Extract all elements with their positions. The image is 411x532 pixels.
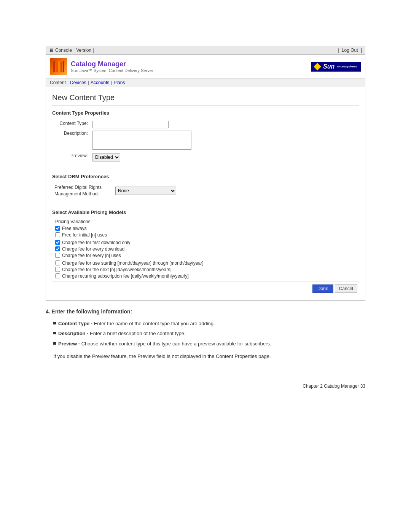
version-link[interactable]: Version <box>75 47 93 53</box>
pricing-item-free-always: Free always <box>55 226 359 231</box>
pricing-item-charge-every: Charge fee for every download <box>55 246 359 252</box>
sep-3: | <box>111 80 112 85</box>
top-nav: 🖥 Console | Version | | Log Out | <box>46 46 365 55</box>
sep-2: | <box>88 80 89 85</box>
drm-row: Preferred Digital Rights Management Meth… <box>52 183 359 198</box>
bullet-list: Content Type - Enter the name of the con… <box>46 320 365 348</box>
sep-1: | <box>67 80 68 85</box>
console-icon: 🖥 <box>49 48 54 53</box>
sun-logo: Sun microsystems <box>311 62 361 72</box>
bullet-body-2: Enter a brief description of the content… <box>88 331 185 336</box>
pricing-label-free-initial: Free for initial [n] uses <box>62 232 107 238</box>
nav-sep2: | <box>93 48 94 53</box>
content-type-field-cell <box>90 120 359 129</box>
bullet-item-description: Description - Enter a brief description … <box>53 330 365 337</box>
bullet-term-2: Description - <box>58 331 88 336</box>
checkbox-free-initial[interactable] <box>55 232 60 237</box>
sun-logo-subtext: microsystems <box>337 65 357 68</box>
bullet-body-1: Enter the name of the content type that … <box>92 321 215 326</box>
step-number: 4. Enter the following information: <box>46 308 132 315</box>
drm-select[interactable]: None <box>115 187 176 195</box>
pricing-label-charge-every: Charge fee for every download <box>62 246 124 252</box>
top-nav-right: | Log Out | <box>338 48 362 53</box>
pricing-item-date-range: Charge fee for use starting [month/day/y… <box>55 260 359 266</box>
drm-form: Preferred Digital Rights Management Meth… <box>52 183 359 198</box>
pricing-group-3: Charge fee for use starting [month/day/y… <box>55 260 359 279</box>
bullet-icon-3 <box>53 342 56 345</box>
done-button[interactable]: Done <box>312 284 333 293</box>
bullet-icon-2 <box>53 332 56 334</box>
nav-devices[interactable]: Devices <box>70 80 86 85</box>
checkbox-charge-n-uses[interactable] <box>55 253 60 258</box>
nav-accounts[interactable]: Accounts <box>91 80 109 85</box>
description-textarea[interactable] <box>92 131 191 150</box>
note-text: If you disable the Preview feature, the … <box>46 353 365 361</box>
top-nav-sep3: | <box>338 48 340 53</box>
app-header: Catalog Manager Sun Java™ System Content… <box>46 55 365 78</box>
divider-2 <box>52 204 359 204</box>
done-bar: Done Cancel <box>52 281 359 294</box>
header-title: Catalog Manager <box>71 60 153 68</box>
drm-label: Preferred Digital Rights Management Meth… <box>52 183 113 198</box>
content-type-form: Content Type: Description: Preview: <box>52 120 359 163</box>
pricing-label-date-range: Charge fee for use starting [month/day/y… <box>62 260 204 266</box>
top-nav-left: 🖥 Console | Version | <box>49 47 94 53</box>
svg-rect-3 <box>61 62 62 72</box>
content-type-input[interactable] <box>92 121 169 128</box>
sun-diamond-icon <box>314 63 321 70</box>
preview-row: Preview: Disabled Enabled <box>52 152 359 163</box>
content-type-row: Content Type: <box>52 120 359 129</box>
cancel-button[interactable]: Cancel <box>335 284 357 293</box>
svg-rect-0 <box>53 61 55 72</box>
bullet-text-2: Description - Enter a brief description … <box>58 330 186 337</box>
svg-rect-1 <box>56 62 58 72</box>
nav-plans[interactable]: Plans <box>113 80 125 85</box>
preview-label: Preview: <box>52 152 90 163</box>
bullet-item-preview: Preview - Choose whether content type of… <box>53 340 365 348</box>
bullet-term-3: Preview - <box>58 341 80 347</box>
svg-rect-4 <box>63 61 64 72</box>
drm-section-title: Select DRM Preferences <box>52 174 359 179</box>
sun-logo-text: Sun <box>323 63 335 70</box>
app-header-left: Catalog Manager Sun Java™ System Content… <box>50 58 153 75</box>
app-logo-icon <box>50 58 67 75</box>
top-nav-sep4: | <box>361 48 362 53</box>
nav-content[interactable]: Content <box>50 80 66 85</box>
checkbox-free-always[interactable] <box>55 226 60 231</box>
content-type-label: Content Type: <box>52 120 90 129</box>
doc-content: 4. Enter the following information: Cont… <box>46 301 365 361</box>
console-link[interactable]: Console <box>54 47 73 53</box>
app-window: 🖥 Console | Version | | Log Out | <box>46 46 365 301</box>
bullet-text-3: Preview - Choose whether content type of… <box>58 340 271 348</box>
pricing-item-recurring: Charge recurring subscription fee [daily… <box>55 273 359 279</box>
pricing-section: Pricing Variations Free always Free for … <box>52 219 359 279</box>
checkbox-charge-every[interactable] <box>55 246 60 251</box>
pricing-item-next-n: Charge fee for the next [n] [days/weeks/… <box>55 267 359 272</box>
main-content: New Content Type Content Type Properties… <box>46 87 365 300</box>
pricing-label-next-n: Charge fee for the next [n] [days/weeks/… <box>62 267 171 272</box>
bullet-body-3: Choose whether content type of this type… <box>80 341 271 347</box>
pricing-label-free-always: Free always <box>62 226 87 231</box>
description-row: Description: <box>52 129 359 152</box>
footer-area: Chapter 2 Catalog Manager 33 <box>46 366 365 389</box>
step-header: 4. Enter the following information: <box>46 308 365 315</box>
logout-link[interactable]: Log Out <box>340 47 360 53</box>
content-type-section-title: Content Type Properties <box>52 110 359 116</box>
pricing-group-2: Charge fee for first download only Charg… <box>55 240 359 258</box>
pricing-section-title: Select Available Pricing Models <box>52 209 359 215</box>
bullet-item-content-type: Content Type - Enter the name of the con… <box>53 320 365 328</box>
preview-select[interactable]: Disabled Enabled <box>92 153 120 161</box>
pricing-label-charge-first: Charge fee for first download only <box>62 240 130 245</box>
checkbox-date-range[interactable] <box>55 260 60 265</box>
checkbox-charge-first[interactable] <box>55 240 60 245</box>
pricing-item-charge-first: Charge fee for first download only <box>55 240 359 245</box>
divider-1 <box>52 168 359 168</box>
checkbox-next-n[interactable] <box>55 267 60 272</box>
pricing-group-1: Free always Free for initial [n] uses <box>55 226 359 238</box>
page-title: New Content Type <box>52 91 359 105</box>
pricing-variations-title: Pricing Variations <box>55 219 359 224</box>
secondary-nav: Content | Devices | Accounts | Plans <box>46 78 365 87</box>
bullet-text-1: Content Type - Enter the name of the con… <box>58 320 215 328</box>
description-label: Description: <box>52 129 90 152</box>
checkbox-recurring[interactable] <box>55 273 60 278</box>
